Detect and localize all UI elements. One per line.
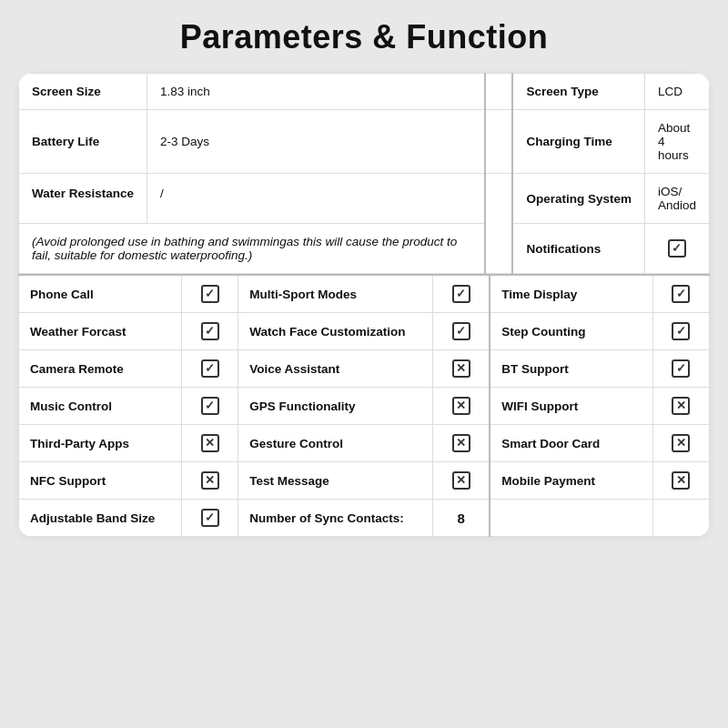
screen-type-label: Screen Type bbox=[512, 74, 644, 110]
notifications-check-icon: ✓ bbox=[668, 239, 686, 258]
params-table: Screen Size 1.83 inch Screen Type LCD Ba… bbox=[18, 73, 710, 274]
params-row-screen: Screen Size 1.83 inch Screen Type LCD bbox=[19, 74, 710, 110]
feature-row-2: Camera Remote ✓ Voice Assistant ✕ BT Sup… bbox=[19, 350, 710, 388]
feature-col3-label: Mobile Payment bbox=[490, 462, 652, 500]
screen-size-value: 1.83 inch bbox=[147, 74, 486, 110]
feature-col3-label bbox=[490, 500, 652, 537]
feature-col2-label: Voice Assistant bbox=[238, 350, 433, 388]
features-table: Phone Call ✓ Multi-Sport Modes ✓ Time Di… bbox=[18, 274, 710, 537]
feature-col2-label: Watch Face Customization bbox=[238, 313, 433, 350]
x-icon: ✕ bbox=[452, 471, 470, 490]
charging-time-label: Charging Time bbox=[512, 110, 644, 174]
parameters-card: Screen Size 1.83 inch Screen Type LCD Ba… bbox=[18, 73, 710, 537]
check-icon: ✓ bbox=[672, 285, 690, 303]
screen-size-label: Screen Size bbox=[19, 74, 147, 110]
water-resistance-label: Water Resistance bbox=[19, 174, 147, 224]
check-icon: ✓ bbox=[201, 359, 219, 378]
feature-col1-label: Third-Party Apps bbox=[19, 425, 182, 462]
operating-system-value: iOS/ Andiod bbox=[644, 174, 709, 224]
check-icon: ✓ bbox=[452, 285, 470, 303]
x-icon: ✕ bbox=[672, 471, 690, 490]
params-row-water: Water Resistance / Operating System iOS/… bbox=[19, 174, 710, 224]
x-icon: ✕ bbox=[201, 434, 219, 452]
check-icon: ✓ bbox=[672, 359, 690, 378]
feature-col2-check: 8 bbox=[432, 500, 490, 537]
water-resistance-value: / bbox=[147, 174, 486, 224]
page-title: Parameters & Function bbox=[180, 18, 549, 56]
x-icon: ✕ bbox=[452, 434, 470, 452]
check-icon: ✓ bbox=[201, 509, 219, 527]
feature-row-5: NFC Support ✕ Test Message ✕ Mobile Paym… bbox=[19, 462, 710, 500]
x-icon: ✕ bbox=[452, 397, 470, 415]
battery-life-value: 2-3 Days bbox=[147, 110, 486, 174]
feature-col2-check: ✕ bbox=[432, 388, 490, 425]
feature-col2-label: Gesture Control bbox=[238, 425, 433, 462]
feature-col1-label: Phone Call bbox=[19, 275, 182, 313]
operating-system-label: Operating System bbox=[512, 174, 644, 224]
params-row-note: (Avoid prolonged use in bathing and swim… bbox=[19, 224, 710, 274]
water-note: (Avoid prolonged use in bathing and swim… bbox=[19, 224, 486, 274]
feature-col1-label: Music Control bbox=[19, 388, 182, 425]
notifications-check: ✓ bbox=[644, 224, 709, 274]
feature-col3-check bbox=[652, 500, 709, 537]
feature-col2-check: ✓ bbox=[432, 313, 490, 350]
feature-col1-label: Weather Forcast bbox=[19, 313, 182, 350]
x-icon: ✕ bbox=[672, 434, 690, 452]
feature-col1-label: NFC Support bbox=[19, 462, 182, 500]
feature-col1-check: ✓ bbox=[182, 275, 238, 313]
feature-col3-check: ✕ bbox=[652, 388, 709, 425]
feature-col2-check: ✕ bbox=[432, 425, 490, 462]
number-value: 8 bbox=[457, 511, 464, 526]
x-icon: ✕ bbox=[452, 359, 470, 378]
feature-col1-check: ✓ bbox=[182, 500, 238, 537]
feature-row-1: Weather Forcast ✓ Watch Face Customizati… bbox=[19, 313, 710, 350]
feature-col2-check: ✕ bbox=[432, 350, 490, 388]
feature-col2-check: ✓ bbox=[432, 275, 490, 313]
feature-col3-label: BT Support bbox=[490, 350, 652, 388]
check-icon: ✓ bbox=[672, 322, 690, 340]
feature-col1-label: Adjustable Band Size bbox=[19, 500, 182, 537]
x-icon: ✕ bbox=[672, 397, 690, 415]
check-icon: ✓ bbox=[201, 285, 219, 303]
feature-col2-label: Multi-Sport Modes bbox=[238, 275, 433, 313]
feature-col1-label: Camera Remote bbox=[19, 350, 182, 388]
params-row-battery: Battery Life 2-3 Days Charging Time Abou… bbox=[19, 110, 710, 174]
feature-col2-check: ✕ bbox=[432, 462, 490, 500]
feature-col1-check: ✕ bbox=[182, 425, 238, 462]
feature-col1-check: ✓ bbox=[182, 350, 238, 388]
feature-col3-check: ✕ bbox=[652, 462, 709, 500]
check-icon: ✓ bbox=[201, 397, 219, 415]
charging-time-value: About 4 hours bbox=[644, 110, 709, 174]
check-icon: ✓ bbox=[452, 322, 470, 340]
feature-col3-label: WIFI Support bbox=[490, 388, 652, 425]
feature-col2-label: Test Message bbox=[238, 462, 433, 500]
feature-col3-label: Time Display bbox=[490, 275, 652, 313]
feature-col3-label: Smart Door Card bbox=[490, 425, 652, 462]
feature-col3-check: ✓ bbox=[652, 275, 709, 313]
feature-col3-check: ✓ bbox=[652, 350, 709, 388]
feature-col2-label: Number of Sync Contacts: bbox=[238, 500, 433, 537]
check-icon: ✓ bbox=[201, 322, 219, 340]
feature-row-0: Phone Call ✓ Multi-Sport Modes ✓ Time Di… bbox=[19, 275, 710, 313]
feature-col3-check: ✕ bbox=[652, 425, 709, 462]
feature-col1-check: ✓ bbox=[182, 313, 238, 350]
feature-col1-check: ✕ bbox=[182, 462, 238, 500]
feature-col3-label: Step Counting bbox=[490, 313, 652, 350]
screen-type-value: LCD bbox=[644, 74, 709, 110]
feature-col1-check: ✓ bbox=[182, 388, 238, 425]
feature-col2-label: GPS Functionality bbox=[238, 388, 433, 425]
battery-life-label: Battery Life bbox=[19, 110, 147, 174]
x-icon: ✕ bbox=[201, 471, 219, 490]
notifications-label: Notifications bbox=[512, 224, 644, 274]
feature-row-6: Adjustable Band Size ✓ Number of Sync Co… bbox=[19, 500, 710, 537]
feature-col3-check: ✓ bbox=[652, 313, 709, 350]
feature-row-3: Music Control ✓ GPS Functionality ✕ WIFI… bbox=[19, 388, 710, 425]
feature-row-4: Third-Party Apps ✕ Gesture Control ✕ Sma… bbox=[19, 425, 710, 462]
